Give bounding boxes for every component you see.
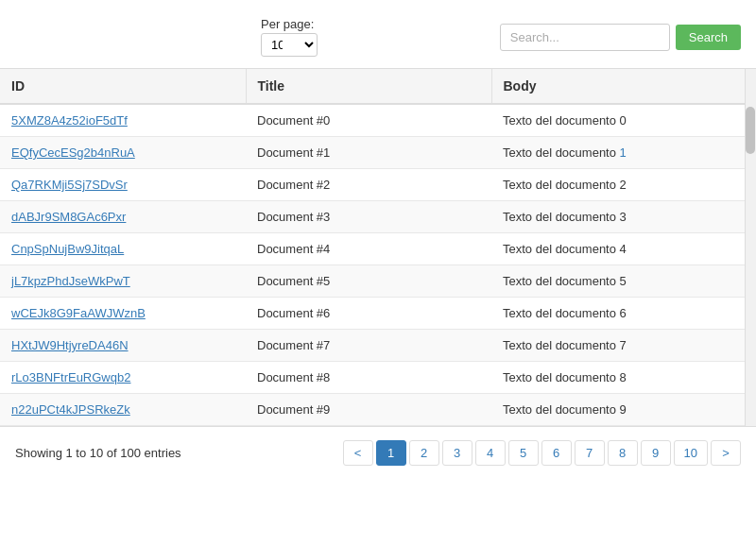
page-button-9[interactable]: 9 (641, 440, 671, 466)
page-button-10[interactable]: 10 (674, 440, 708, 466)
cell-title: Document #3 (246, 201, 491, 233)
pagination: < 1 2 3 4 5 6 7 8 9 10 > (343, 440, 741, 466)
cell-id: n22uPCt4kJPSRkeZk (0, 394, 246, 426)
data-table: ID Title Body 5XMZ8A4z52ioF5dTfDocument … (0, 69, 756, 426)
cell-id: jL7kpzPhdJseWkPwT (0, 265, 246, 298)
cell-id: Qa7RKMji5Sj7SDvSr (0, 169, 246, 201)
per-page-section: Per page: 10 25 50 100 (261, 17, 318, 57)
page-button-2[interactable]: 2 (409, 440, 439, 466)
table-row: wCEJk8G9FaAWJWznBDocument #6Texto del do… (0, 298, 756, 330)
id-link[interactable]: 5XMZ8A4z52ioF5dTf (11, 113, 128, 128)
col-header-body: Body (491, 69, 756, 104)
id-link[interactable]: HXtJW9HtjyreDA46N (11, 338, 129, 352)
table-container: ID Title Body 5XMZ8A4z52ioF5dTfDocument … (0, 68, 756, 427)
cell-id: EQfyCecESg2b4nRuA (0, 137, 246, 169)
prev-page-button[interactable]: < (343, 440, 373, 466)
cell-title: Document #0 (246, 104, 491, 137)
table-row: Qa7RKMji5Sj7SDvSrDocument #2Texto del do… (0, 169, 756, 201)
cell-title: Document #2 (246, 169, 491, 201)
cell-body: Texto del documento 9 (491, 394, 756, 426)
id-link[interactable]: dABJr9SM8GAc6Pxr (11, 210, 126, 224)
table-row: CnpSpNujBw9JitqaLDocument #4Texto del do… (0, 233, 756, 265)
next-page-button[interactable]: > (711, 440, 741, 466)
cell-body: Texto del documento 1 (491, 137, 756, 169)
id-link[interactable]: n22uPCt4kJPSRkeZk (11, 402, 130, 417)
top-controls: Per page: 10 25 50 100 Search (0, 9, 756, 64)
per-page-label: Per page: (261, 17, 314, 31)
cell-title: Document #1 (246, 137, 491, 169)
table-row: EQfyCecESg2b4nRuADocument #1Texto del do… (0, 137, 756, 169)
cell-id: rLo3BNFtrEuRGwqb2 (0, 362, 246, 394)
cell-body: Texto del documento 3 (491, 201, 756, 233)
page-button-8[interactable]: 8 (608, 440, 638, 466)
cell-id: dABJr9SM8GAc6Pxr (0, 201, 246, 233)
per-page-select[interactable]: 10 25 50 100 (261, 33, 318, 57)
cell-id: CnpSpNujBw9JitqaL (0, 233, 246, 265)
col-header-title: Title (246, 69, 491, 104)
id-link[interactable]: wCEJk8G9FaAWJWznB (11, 306, 146, 320)
cell-body: Texto del documento 0 (491, 104, 756, 137)
cell-body: Texto del documento 4 (491, 233, 756, 265)
table-row: jL7kpzPhdJseWkPwTDocument #5Texto del do… (0, 265, 756, 298)
cell-id: wCEJk8G9FaAWJWznB (0, 298, 246, 330)
table-row: n22uPCt4kJPSRkeZkDocument #9Texto del do… (0, 394, 756, 426)
cell-body: Texto del documento 5 (491, 265, 756, 298)
cell-title: Document #8 (246, 362, 491, 394)
scrollbar[interactable] (745, 69, 756, 426)
id-link[interactable]: CnpSpNujBw9JitqaL (11, 242, 124, 256)
page-button-7[interactable]: 7 (575, 440, 605, 466)
search-button[interactable]: Search (676, 25, 741, 50)
cell-id: 5XMZ8A4z52ioF5dTf (0, 104, 246, 137)
cell-title: Document #9 (246, 394, 491, 426)
page-button-5[interactable]: 5 (508, 440, 539, 466)
id-link[interactable]: EQfyCecESg2b4nRuA (11, 145, 135, 160)
page-button-4[interactable]: 4 (475, 440, 506, 466)
id-link[interactable]: rLo3BNFtrEuRGwqb2 (11, 370, 130, 384)
footer: Showing 1 to 10 of 100 entries < 1 2 3 4… (0, 431, 756, 475)
page-button-3[interactable]: 3 (442, 440, 472, 466)
cell-body: Texto del documento 8 (491, 362, 756, 394)
table-header-row: ID Title Body (0, 69, 756, 104)
page-button-1[interactable]: 1 (376, 440, 406, 466)
cell-title: Document #6 (246, 298, 491, 330)
table-row: dABJr9SM8GAc6PxrDocument #3Texto del doc… (0, 201, 756, 233)
id-link[interactable]: Qa7RKMji5Sj7SDvSr (11, 178, 128, 192)
id-link[interactable]: jL7kpzPhdJseWkPwT (11, 274, 130, 288)
cell-title: Document #7 (246, 330, 491, 362)
cell-body: Texto del documento 7 (491, 330, 756, 362)
page-button-6[interactable]: 6 (541, 440, 572, 466)
cell-title: Document #4 (246, 233, 491, 265)
col-header-id: ID (0, 69, 246, 104)
table-row: rLo3BNFtrEuRGwqb2Document #8Texto del do… (0, 362, 756, 394)
cell-title: Document #5 (246, 265, 491, 298)
search-input[interactable] (500, 24, 670, 51)
table-row: 5XMZ8A4z52ioF5dTfDocument #0Texto del do… (0, 104, 756, 137)
cell-id: HXtJW9HtjyreDA46N (0, 330, 246, 362)
cell-body: Texto del documento 2 (491, 169, 756, 201)
showing-text: Showing 1 to 10 of 100 entries (15, 446, 181, 460)
scrollbar-thumb[interactable] (746, 107, 755, 154)
cell-body: Texto del documento 6 (491, 298, 756, 330)
search-section: Search (500, 24, 741, 51)
table-row: HXtJW9HtjyreDA46NDocument #7Texto del do… (0, 330, 756, 362)
